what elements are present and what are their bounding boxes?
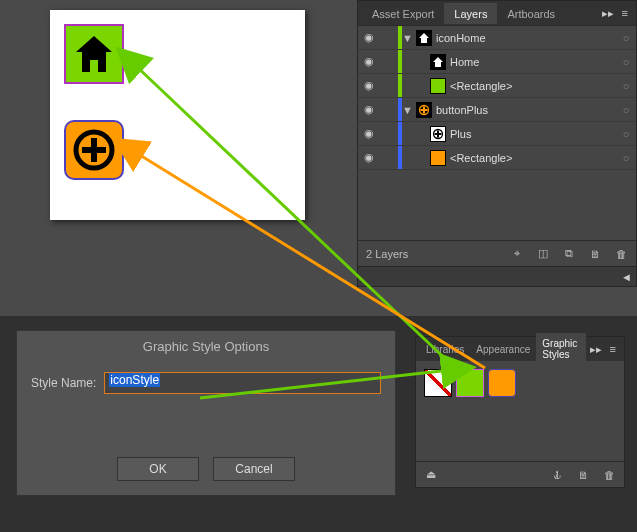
- new-layer-icon[interactable]: 🗎: [586, 245, 604, 263]
- target-icon[interactable]: ○: [616, 56, 636, 68]
- graphic-style-options-dialog: Graphic Style Options Style Name: iconSt…: [16, 330, 396, 496]
- panel-footer: ⏏︎ ⫝̸ 🗎 🗑: [416, 461, 624, 487]
- new-style-icon[interactable]: 🗎: [574, 466, 592, 484]
- artwork-button-plus[interactable]: [64, 120, 124, 180]
- swatches: [416, 361, 624, 461]
- tab-graphic-styles[interactable]: Graphic Styles: [536, 333, 585, 365]
- cancel-button[interactable]: Cancel: [213, 457, 295, 481]
- svg-rect-0: [91, 62, 97, 70]
- layer-row[interactable]: ◉ Home ○: [358, 50, 636, 74]
- tab-asset-export[interactable]: Asset Export: [362, 3, 444, 24]
- panel-tabs: Asset Export Layers Artboards ▸▸ ≡: [358, 1, 636, 25]
- swatch-icon-style-green[interactable]: [456, 369, 484, 397]
- panel-close-bar: ◄: [358, 266, 636, 286]
- dialog-title: Graphic Style Options: [17, 331, 395, 372]
- layer-name[interactable]: <Rectangle>: [450, 80, 616, 92]
- disclosure-icon[interactable]: ▼: [402, 104, 412, 116]
- layer-row[interactable]: ◉ ▼ buttonPlus ○: [358, 98, 636, 122]
- layer-row[interactable]: ◉ <Rectangle> ○: [358, 74, 636, 98]
- layer-name[interactable]: Plus: [450, 128, 616, 140]
- tab-libraries[interactable]: Libraries: [420, 339, 470, 360]
- style-name-label: Style Name:: [31, 376, 96, 390]
- new-sublayer-icon[interactable]: ⧉: [560, 245, 578, 263]
- panel-tabs: Libraries Appearance Graphic Styles ▸▸ ≡: [416, 337, 624, 361]
- target-icon[interactable]: ○: [616, 104, 636, 116]
- visibility-toggle[interactable]: ◉: [358, 79, 380, 92]
- tab-artboards[interactable]: Artboards: [497, 3, 565, 24]
- plus-icon: [72, 128, 116, 172]
- layer-thumb: [430, 126, 446, 142]
- visibility-toggle[interactable]: ◉: [358, 55, 380, 68]
- visibility-toggle[interactable]: ◉: [358, 151, 380, 164]
- locate-object-icon[interactable]: ⌖: [508, 245, 526, 263]
- home-icon: [72, 32, 116, 76]
- layer-row[interactable]: ◉ Plus ○: [358, 122, 636, 146]
- swatch-icon-style-orange[interactable]: [488, 369, 516, 397]
- visibility-toggle[interactable]: ◉: [358, 31, 380, 44]
- disclosure-icon[interactable]: ▼: [402, 32, 412, 44]
- layer-name[interactable]: Home: [450, 56, 616, 68]
- svg-rect-3: [82, 147, 106, 153]
- layer-row[interactable]: ◉ <Rectangle> ○: [358, 146, 636, 170]
- layer-thumb: [430, 78, 446, 94]
- panel-menu-icon[interactable]: ≡: [606, 343, 620, 355]
- layer-thumb: [416, 102, 432, 118]
- styles-library-menu-icon[interactable]: ⏏︎: [422, 466, 440, 484]
- ok-button[interactable]: OK: [117, 457, 199, 481]
- target-icon[interactable]: ○: [616, 128, 636, 140]
- layer-name[interactable]: <Rectangle>: [450, 152, 616, 164]
- panel-menu-icon[interactable]: ≡: [618, 7, 632, 19]
- make-clipping-mask-icon[interactable]: ◫: [534, 245, 552, 263]
- layer-row[interactable]: ◉ ▼ iconHome ○: [358, 26, 636, 50]
- style-name-input[interactable]: iconStyle: [104, 372, 381, 394]
- layer-thumb: [430, 54, 446, 70]
- delete-icon[interactable]: 🗑: [612, 245, 630, 263]
- svg-rect-6: [421, 109, 428, 111]
- layer-thumb: [416, 30, 432, 46]
- layers-panel: Asset Export Layers Artboards ▸▸ ≡ ◉ ▼ i…: [357, 0, 637, 287]
- collapse-icon[interactable]: ▸▸: [598, 7, 618, 20]
- target-icon[interactable]: ○: [616, 32, 636, 44]
- swatch-default[interactable]: [424, 369, 452, 397]
- delete-icon[interactable]: 🗑: [600, 466, 618, 484]
- graphic-styles-panel: Libraries Appearance Graphic Styles ▸▸ ≡…: [415, 336, 625, 488]
- target-icon[interactable]: ○: [616, 80, 636, 92]
- panel-collapse-icon[interactable]: ◄: [621, 271, 632, 283]
- collapse-icon[interactable]: ▸▸: [586, 343, 606, 356]
- layer-tree: ◉ ▼ iconHome ○ ◉ Home ○ ◉ <Rectangle>: [358, 25, 636, 170]
- target-icon[interactable]: ○: [616, 152, 636, 164]
- panel-status: 2 Layers ⌖ ◫ ⧉ 🗎 🗑: [358, 240, 636, 266]
- document-canvas[interactable]: [50, 10, 305, 220]
- layer-name[interactable]: buttonPlus: [436, 104, 616, 116]
- svg-rect-9: [435, 133, 442, 135]
- artwork-icon-home[interactable]: [64, 24, 124, 84]
- layer-name[interactable]: iconHome: [436, 32, 616, 44]
- break-link-icon[interactable]: ⫝̸: [548, 466, 566, 484]
- tab-layers[interactable]: Layers: [444, 3, 497, 24]
- visibility-toggle[interactable]: ◉: [358, 103, 380, 116]
- layer-thumb: [430, 150, 446, 166]
- visibility-toggle[interactable]: ◉: [358, 127, 380, 140]
- tab-appearance[interactable]: Appearance: [470, 339, 536, 360]
- layer-count: 2 Layers: [366, 248, 408, 260]
